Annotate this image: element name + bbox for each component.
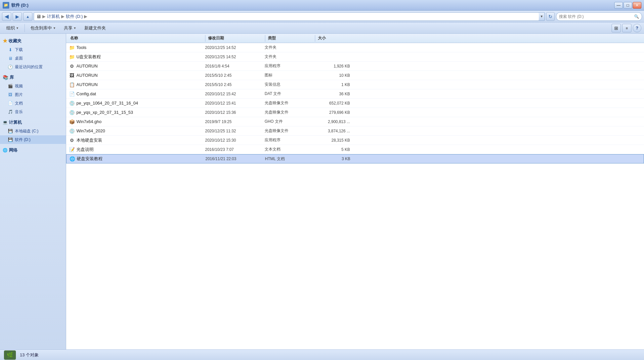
file-size: 3 KB [315,157,354,161]
main-area: ★ 收藏夹 ⬇ 下载 🖥 桌面 🕐 最近访问的位置 📚 库 🎬 [0,34,644,349]
file-name-cell: 💿 pe_yqs_1064_20_07_31_16_04 [66,100,205,106]
file-date: 2020/10/12 15:41 [205,101,265,106]
sidebar-favorites-header[interactable]: ★ 收藏夹 [0,36,66,45]
sidebar-library-header[interactable]: 📚 库 [0,73,66,82]
sidebar-item-doc[interactable]: 📄 文档 [0,99,66,108]
breadcrumb-dropdown[interactable]: ▼ [539,12,545,21]
table-row[interactable]: 💿 pe_yqs_xp_20_07_31_15_53 2020/10/12 15… [66,108,644,117]
table-row[interactable]: ⚙ 本地硬盘安装 2020/10/12 15:30 应用程序 28,315 KB [66,136,644,145]
video-icon: 🎬 [7,83,13,89]
sidebar-network-header[interactable]: 🌐 网络 [0,146,66,155]
share-button[interactable]: 共享 ▼ [60,23,80,33]
window-icon: 📁 [3,2,9,9]
organize-button[interactable]: 组织 ▼ [3,23,22,33]
table-row[interactable]: 📝 光盘说明 2016/10/23 7:07 文本文档 5 KB [66,145,644,154]
file-type: GHO 文件 [265,119,314,124]
file-area: 名称 修改日期 类型 大小 📁 Tools 2020/12/25 14:52 文… [66,34,644,349]
sidebar-item-image[interactable]: 🖼 图片 [0,90,66,99]
breadcrumb-drive[interactable]: 软件 (D:) [66,14,83,20]
add-to-library-button[interactable]: 包含到库中 ▼ [27,23,60,33]
sidebar-computer-header[interactable]: 💻 计算机 [0,118,66,127]
file-name-cell: 📁 U盘安装教程 [66,54,205,60]
table-row[interactable]: 🌐 硬盘安装教程 2016/11/21 22:03 HTML 文档 3 KB [66,154,644,163]
file-name: pe_yqs_xp_20_07_31_15_53 [76,110,133,115]
file-type: HTML 文档 [265,156,315,162]
view-details-button[interactable]: ≡ [622,24,631,32]
file-name-cell: 💿 pe_yqs_xp_20_07_31_15_53 [66,110,205,115]
col-header-name[interactable]: 名称 [66,35,205,41]
file-type: 图标 [265,72,314,78]
sidebar-item-recent[interactable]: 🕐 最近访问的位置 [0,63,66,71]
back-button[interactable]: ◀ [2,12,11,21]
sidebar-item-drive-c[interactable]: 💾 本地磁盘 (C:) [0,127,66,135]
sidebar-item-desktop[interactable]: 🖥 桌面 [0,54,66,63]
file-type: 光盘映像文件 [265,128,314,134]
file-size: 279,696 KB [314,110,354,115]
file-icon: 📄 [69,91,75,97]
close-button[interactable]: ✕ [633,2,641,9]
new-folder-button[interactable]: 新建文件夹 [81,23,109,33]
file-size: 3,874,126 ... [314,129,354,133]
toolbar: 组织 ▼ 包含到库中 ▼ 共享 ▼ 新建文件夹 ⊞ ≡ ? [0,22,644,34]
table-row[interactable]: 📦 Win7x64.gho 2019/9/7 19:25 GHO 文件 2,90… [66,117,644,126]
table-row[interactable]: ⚙ AUTORUN 2016/1/8 4:54 应用程序 1,926 KB [66,62,644,71]
forward-button[interactable]: ▶ [13,12,22,21]
sidebar-item-video[interactable]: 🎬 视频 [0,82,66,90]
file-name-cell: 📝 光盘说明 [66,147,205,153]
table-row[interactable]: 📋 AUTORUN 2015/5/10 2:45 安装信息 1 KB [66,80,644,89]
sidebar-section-favorites: ★ 收藏夹 ⬇ 下载 🖥 桌面 🕐 最近访问的位置 [0,36,66,71]
file-size: 5 KB [314,147,354,152]
col-header-date[interactable]: 修改日期 [205,35,265,41]
refresh-button[interactable]: ↻ [546,12,555,21]
minimize-button[interactable]: — [614,2,623,9]
recent-icon: 🕐 [7,64,13,70]
drive-c-icon: 💾 [7,128,13,134]
file-type: 应用程序 [265,63,314,69]
table-row[interactable]: 📄 Config.dat 2020/10/12 15:42 DAT 文件 36 … [66,89,644,99]
file-name: 硬盘安装教程 [77,156,103,162]
file-type: 文本文档 [265,147,314,152]
col-header-size[interactable]: 大小 [315,35,355,41]
table-row[interactable]: 🖼 AUTORUN 2015/5/10 2:45 图标 10 KB [66,71,644,80]
search-box[interactable]: 🔍 [556,12,642,21]
search-input[interactable] [559,14,633,19]
table-row[interactable]: 💿 Win7x64_2020 2020/12/25 11:32 光盘映像文件 3… [66,126,644,136]
breadcrumb-computer[interactable]: 计算机 [47,14,60,20]
table-row[interactable]: 📁 U盘安装教程 2020/12/25 14:52 文件夹 [66,52,644,62]
file-type: 应用程序 [265,137,314,143]
sidebar-item-music[interactable]: 🎵 音乐 [0,108,66,116]
file-name: 光盘说明 [76,147,94,153]
file-icon: 💿 [69,100,75,106]
file-date: 2016/11/21 22:03 [205,157,265,161]
breadcrumb: 🖥 ▶ 计算机 ▶ 软件 (D:) ▶ [34,12,539,21]
file-icon: 📋 [69,82,75,88]
file-name: AUTORUN [76,73,98,78]
sidebar-section-library: 📚 库 🎬 视频 🖼 图片 📄 文档 🎵 音乐 [0,73,66,116]
table-row[interactable]: 📁 Tools 2020/12/25 14:52 文件夹 [66,43,644,52]
window-controls: — □ ✕ [614,2,641,9]
file-name: AUTORUN [76,64,98,68]
titlebar: 📁 软件 (D:) — □ ✕ [0,0,644,11]
file-name: Win7x64.gho [76,119,102,124]
file-size: 28,315 KB [314,138,354,143]
file-name: 本地硬盘安装 [76,137,102,143]
help-button[interactable]: ? [633,24,641,32]
file-icon: ⚙ [69,137,75,143]
file-date: 2015/5/10 2:45 [205,73,265,78]
sidebar-item-drive-d[interactable]: 💾 软件 (D:) [0,135,66,144]
statusbar: 🌿 13 个对象 [0,349,644,360]
file-icon: 📁 [69,45,75,51]
table-row[interactable]: 💿 pe_yqs_1064_20_07_31_16_04 2020/10/12 … [66,99,644,108]
maximize-button[interactable]: □ [623,2,632,9]
status-count: 13 个对象 [20,352,39,358]
sidebar-item-download[interactable]: ⬇ 下载 [0,45,66,54]
file-name-cell: 🖼 AUTORUN [66,72,205,78]
view-button[interactable]: ⊞ [612,24,621,32]
file-type: 文件夹 [265,45,314,50]
file-name-cell: 🌐 硬盘安装教程 [66,156,205,162]
desktop-icon: 🖥 [7,55,13,61]
up-button[interactable]: ▲ [23,12,32,21]
col-header-type[interactable]: 类型 [265,35,315,41]
computer-icon: 💻 [3,120,8,125]
file-icon: ⚙ [69,63,75,69]
